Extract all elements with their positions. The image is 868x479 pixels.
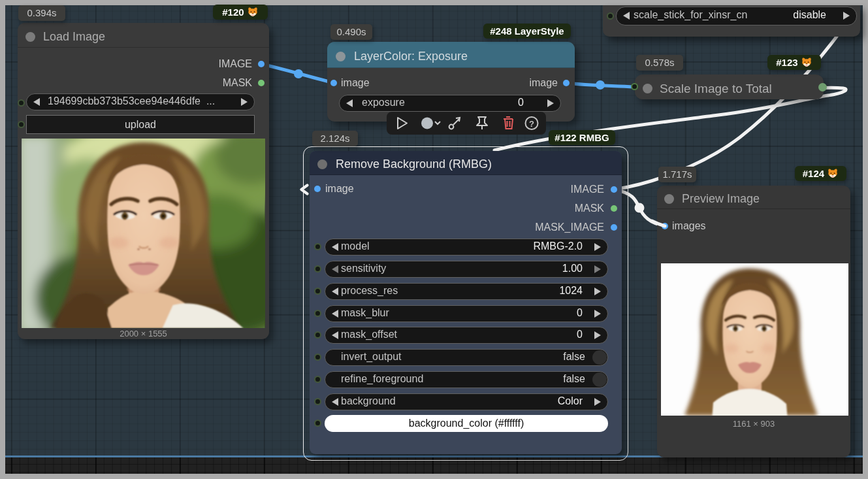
svg-text:?: ?	[529, 119, 534, 129]
